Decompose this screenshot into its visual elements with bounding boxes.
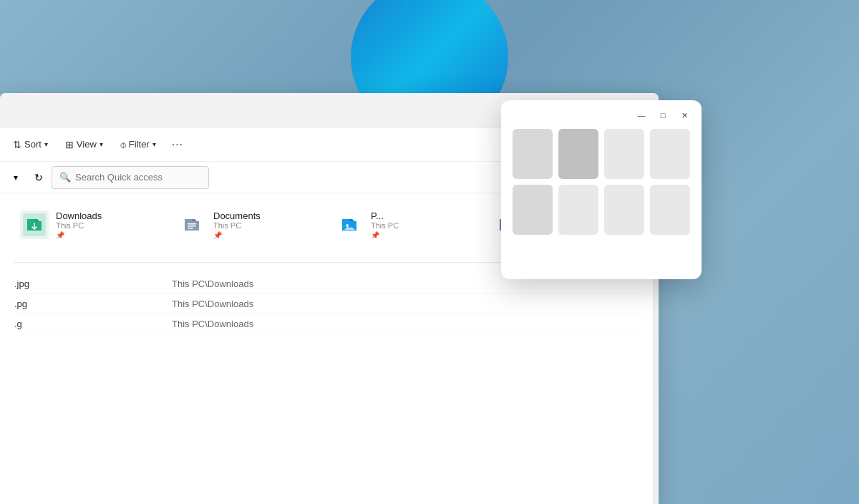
address-dropdown-button[interactable]: ▾ — [6, 168, 26, 188]
pin-icon: 📌 — [213, 231, 261, 239]
filter-chevron-icon: ▾ — [152, 140, 156, 148]
folder-path: This PC — [371, 221, 399, 230]
sort-chevron-icon: ▾ — [44, 140, 48, 148]
svg-rect-2 — [188, 226, 196, 227]
snap-layout-overlay: — □ ✕ — [501, 100, 702, 279]
file-name: .jpg — [14, 278, 172, 289]
sort-label: Sort — [24, 139, 42, 150]
view-button[interactable]: ⊞ View ▾ — [58, 133, 110, 156]
list-item[interactable]: P... This PC 📌 — [329, 205, 481, 245]
table-row[interactable]: .pg This PC\Downloads — [14, 294, 639, 314]
file-name: .pg — [14, 299, 172, 309]
filter-label: Filter — [129, 139, 150, 150]
snap-cell-2-3[interactable] — [604, 185, 644, 235]
file-path: This PC\Downloads — [172, 278, 639, 289]
folder-name: Downloads — [56, 210, 102, 221]
search-box[interactable]: 🔍 — [52, 166, 209, 189]
view-label: View — [77, 139, 97, 150]
snap-row-2 — [513, 185, 690, 235]
sort-icon: ⇅ — [13, 139, 21, 150]
folder-info: Documents This PC 📌 — [213, 210, 261, 239]
snap-cell-1-2[interactable] — [558, 129, 598, 179]
snap-minimize-button[interactable]: — — [631, 107, 651, 123]
snap-title-controls: — □ ✕ — [631, 107, 694, 123]
refresh-button[interactable]: ↻ — [29, 168, 49, 188]
snap-cell-2-4[interactable] — [650, 185, 690, 235]
file-path: This PC\Downloads — [172, 299, 639, 309]
snap-cell-1-1[interactable] — [513, 129, 553, 179]
view-chevron-icon: ▾ — [100, 140, 103, 148]
snap-close-button[interactable]: ✕ — [674, 107, 694, 123]
folder-name: Documents — [213, 210, 261, 221]
folder-info: P... This PC 📌 — [371, 210, 399, 239]
recent-files-list: .jpg This PC\Downloads .pg This PC\Downl… — [14, 274, 639, 334]
snap-cell-1-4[interactable] — [650, 129, 690, 179]
snap-layout-grid — [513, 129, 690, 235]
documents-folder-icon — [178, 210, 206, 239]
svg-rect-3 — [188, 228, 193, 229]
downloads-folder-icon — [20, 210, 49, 239]
list-item[interactable]: Downloads This PC 📌 — [14, 205, 166, 245]
table-row[interactable]: .g This PC\Downloads — [14, 314, 639, 334]
pin-icon: 📌 — [56, 231, 102, 239]
file-name: .g — [14, 319, 172, 329]
search-icon: 🔍 — [59, 172, 71, 183]
more-options-button[interactable]: ··· — [166, 133, 189, 156]
folder-path: This PC — [56, 221, 102, 230]
snap-cell-1-3[interactable] — [604, 129, 644, 179]
folder-info: Downloads This PC 📌 — [56, 210, 102, 239]
folder-name: P... — [371, 210, 399, 221]
list-item[interactable]: Documents This PC 📌 — [172, 205, 324, 245]
svg-rect-1 — [188, 223, 196, 225]
sort-button[interactable]: ⇅ Sort ▾ — [6, 133, 55, 156]
filter-button[interactable]: ⌽ Filter ▾ — [113, 133, 163, 156]
snap-cell-2-2[interactable] — [558, 185, 598, 235]
search-input[interactable] — [75, 172, 201, 183]
file-path: This PC\Downloads — [172, 319, 639, 329]
filter-icon: ⌽ — [120, 139, 126, 150]
pin-icon: 📌 — [371, 231, 399, 239]
snap-row-1 — [513, 129, 690, 179]
snap-maximize-button[interactable]: □ — [653, 107, 673, 123]
snap-cell-2-1[interactable] — [513, 185, 553, 235]
pictures-folder-icon — [335, 210, 364, 239]
view-icon: ⊞ — [65, 139, 74, 150]
folder-path: This PC — [213, 221, 261, 230]
